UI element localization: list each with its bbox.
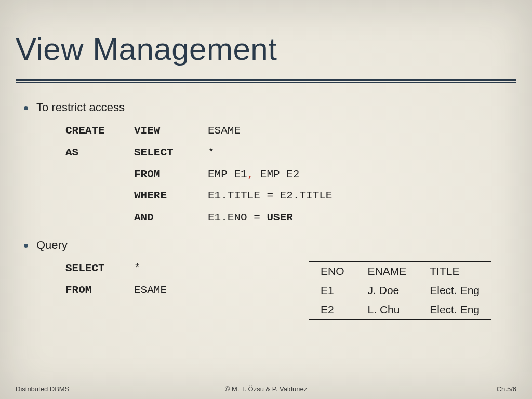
sql-create-view: CREATE VIEW ESAME AS SELECT * FROM EMP E… bbox=[64, 119, 333, 229]
bullet-icon bbox=[24, 106, 28, 110]
footer-center: © M. T. Özsu & P. Valduriez bbox=[16, 385, 516, 393]
lower-area: SELECT * FROM ESAME ENO ENAME TITLE E1 J… bbox=[24, 257, 516, 302]
sql-kw-select: SELECT bbox=[134, 142, 207, 163]
footer: Distributed DBMS © M. T. Özsu & P. Valdu… bbox=[16, 385, 516, 393]
sql2-kw-select: SELECT bbox=[65, 258, 133, 279]
slide-title: View Management bbox=[16, 31, 516, 67]
cell-ename: L. Chu bbox=[356, 300, 418, 319]
cell-title: Elect. Eng bbox=[418, 281, 491, 300]
sql-from-e1: EMP E1 bbox=[208, 168, 247, 180]
table-row: ENO ENAME TITLE bbox=[309, 261, 491, 281]
cell-eno: E2 bbox=[309, 300, 356, 319]
bullet-icon bbox=[24, 244, 28, 248]
sql-and-expr: E1.ENO = USER bbox=[208, 207, 332, 228]
sql-select-star: * bbox=[208, 142, 332, 163]
sql2-from-expr: ESAME bbox=[134, 280, 167, 301]
bullet-2: Query bbox=[24, 238, 516, 252]
sql-from-e2: EMP E2 bbox=[254, 168, 299, 180]
sql-viewname: ESAME bbox=[208, 121, 332, 141]
sql-kw-as: AS bbox=[65, 142, 133, 163]
sql-kw-where: WHERE bbox=[134, 185, 207, 206]
cell-ename: J. Doe bbox=[356, 281, 418, 300]
sql-comma: , bbox=[247, 168, 254, 180]
sql2-star: * bbox=[134, 258, 167, 279]
table-row: E2 L. Chu Elect. Eng bbox=[309, 300, 491, 319]
sql-kw-user: USER bbox=[267, 211, 292, 223]
table-row: E1 J. Doe Elect. Eng bbox=[309, 281, 491, 300]
sql-kw-and: AND bbox=[134, 207, 207, 228]
title-divider bbox=[16, 79, 516, 83]
sql-from-expr: EMP E1, EMP E2 bbox=[208, 164, 332, 185]
content-area: To restrict access CREATE VIEW ESAME AS … bbox=[16, 101, 516, 302]
sql-query: SELECT * FROM ESAME bbox=[64, 257, 168, 302]
sql-kw-create: CREATE bbox=[65, 121, 133, 141]
bullet-2-text: Query bbox=[36, 238, 68, 252]
th-ename: ENAME bbox=[356, 261, 418, 281]
slide: View Management To restrict access CREAT… bbox=[0, 0, 532, 399]
bullet-1-text: To restrict access bbox=[36, 101, 125, 114]
result-table: ENO ENAME TITLE E1 J. Doe Elect. Eng E2 … bbox=[309, 261, 491, 320]
sql-kw-from: FROM bbox=[134, 164, 207, 185]
cell-title: Elect. Eng bbox=[418, 300, 491, 319]
sql-where-expr: E1.TITLE = E2.TITLE bbox=[208, 185, 332, 206]
th-title: TITLE bbox=[418, 261, 491, 281]
th-eno: ENO bbox=[309, 261, 356, 281]
sql-and-left: E1.ENO = bbox=[208, 211, 267, 223]
cell-eno: E1 bbox=[309, 281, 356, 300]
sql-kw-view: VIEW bbox=[134, 121, 207, 141]
bullet-1: To restrict access bbox=[24, 101, 516, 114]
sql2-kw-from: FROM bbox=[65, 280, 133, 301]
